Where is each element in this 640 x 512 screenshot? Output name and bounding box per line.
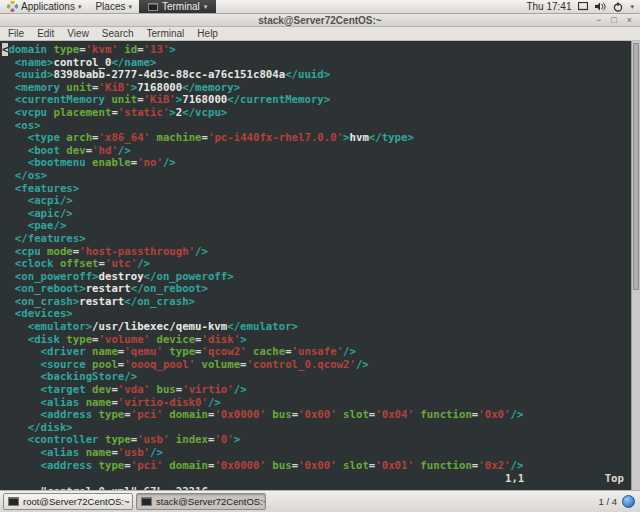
chevron-down-icon[interactable]: ▾ [630,3,634,10]
code-line: <features> [2,183,630,196]
current-app-label: Terminal [162,1,200,12]
menu-edit[interactable]: Edit [37,28,54,39]
applications-label: Applications [21,1,75,12]
applications-menu[interactable]: Applications ▾ [0,0,88,13]
vim-cursor-position: 1,1 [505,472,524,485]
workspace-indicator: 1 / 4 [599,496,618,507]
vim-buffer: <domain type='kvm' id='13'> <name>contro… [0,41,630,490]
desktop: Applications ▾ Places ▾ Terminal ▾ Thu 1… [0,0,640,512]
code-line: <address type='pci' domain='0x0000' bus=… [2,409,630,422]
places-menu[interactable]: Places ▾ [88,0,139,13]
code-line: <bootmenu enable='no'/> [2,157,630,170]
current-app-menu[interactable]: Terminal ▾ [139,0,216,13]
display-icon[interactable] [578,2,588,11]
clock[interactable]: Thu 17:41 [526,1,571,12]
workspace-globe-icon[interactable] [622,495,635,508]
terminal-scrollbar[interactable] [631,41,640,490]
code-line: <acpi/> [2,195,630,208]
code-line: <apic/> [2,208,630,221]
window-controls: − □ × [596,16,640,25]
volume-icon[interactable] [595,2,606,11]
places-label: Places [95,1,125,12]
taskbar-window-stack[interactable]: stack@Server72CentOS:~ [136,493,266,510]
taskbar-window-root[interactable]: root@Server72CentOS:~ [3,493,133,510]
vim-file-info: "control_0.xml" 67L, 2221C [41,485,208,490]
power-icon[interactable] [613,2,623,12]
taskbar-window-label: root@Server72CentOS:~ [23,496,130,507]
terminal-icon [148,3,158,11]
vim-scroll-position: Top [605,472,624,485]
menu-view[interactable]: View [67,28,89,39]
code-line: <address type='pci' domain='0x0000' bus=… [2,460,630,473]
window-title: stack@Server72CentOS:~ [0,15,640,26]
menu-file[interactable]: File [8,28,24,39]
scrollbar-thumb[interactable] [633,43,639,290]
chevron-down-icon: ▾ [128,3,132,10]
bottom-panel: root@Server72CentOS:~ stack@Server72Cent… [0,490,640,512]
chevron-down-icon: ▾ [78,3,82,10]
vim-statusline: "control_0.xml" 67L, 2221C 1,1 Top [2,472,626,485]
minimize-button[interactable]: − [596,16,601,25]
terminal-menubar: File Edit View Search Terminal Help [0,27,640,41]
code-line: <pae/> [2,220,630,233]
terminal-screen[interactable]: <domain type='kvm' id='13'> <name>contro… [0,41,640,490]
menu-terminal[interactable]: Terminal [147,28,185,39]
menu-help[interactable]: Help [197,28,218,39]
close-button[interactable]: × [627,16,632,25]
terminal-icon [8,497,19,506]
window-titlebar[interactable]: stack@Server72CentOS:~ − □ × [0,14,640,27]
gnome-top-bar: Applications ▾ Places ▾ Terminal ▾ Thu 1… [0,0,640,14]
terminal-icon [141,497,152,506]
menu-search[interactable]: Search [102,28,134,39]
code-line: <vcpu placement='static'>2</vcpu> [2,107,630,120]
chevron-down-icon: ▾ [204,3,208,10]
maximize-button[interactable]: □ [611,16,616,25]
distro-logo-icon [7,1,18,12]
workspace-switcher[interactable]: 1 / 4 [599,495,640,508]
taskbar-window-label: stack@Server72CentOS:~ [156,496,266,507]
code-line: <on_crash>restart</on_crash> [2,296,630,309]
top-bar-status-area: Thu 17:41 ▾ [526,0,640,13]
code-line: </os> [2,170,630,183]
